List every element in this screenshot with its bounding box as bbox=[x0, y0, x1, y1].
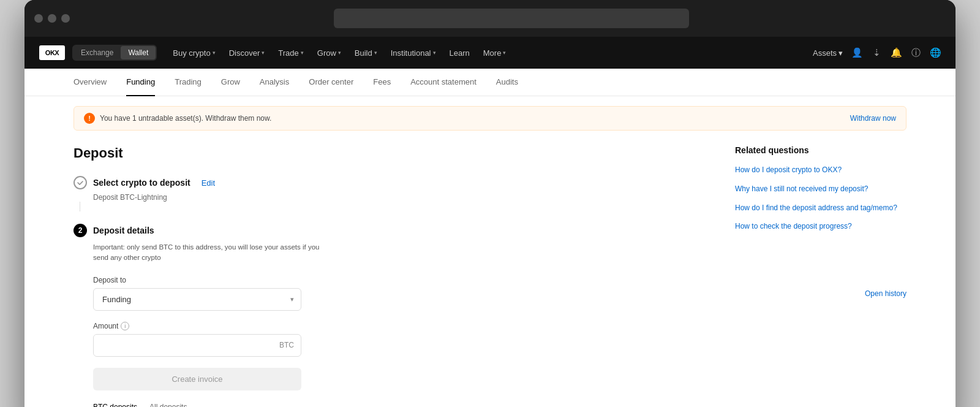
nav-items: Buy crypto ▾ Discover ▾ Trade ▾ Grow ▾ B… bbox=[167, 45, 810, 61]
chevron-down-icon: ▾ bbox=[213, 50, 216, 56]
alert-icon: ! bbox=[84, 113, 95, 124]
open-history-link[interactable]: Open history bbox=[735, 240, 907, 298]
sub-nav-account-statement[interactable]: Account statement bbox=[410, 69, 477, 96]
assets-dropdown[interactable]: Assets ▾ bbox=[813, 48, 843, 58]
user-icon[interactable]: 👤 bbox=[851, 47, 862, 58]
withdraw-now-link[interactable]: Withdraw now bbox=[850, 114, 896, 123]
nav-item-more[interactable]: More ▾ bbox=[477, 45, 513, 61]
related-question-3[interactable]: How to check the deposit progress? bbox=[735, 221, 907, 232]
step-2-title: Deposit details bbox=[93, 226, 154, 235]
sub-nav-analysis[interactable]: Analysis bbox=[260, 69, 289, 96]
nav-item-institutional[interactable]: Institutional ▾ bbox=[385, 45, 442, 61]
step-2-number-icon: 2 bbox=[74, 224, 87, 237]
step-1-subtitle: Deposit BTC-Lightning bbox=[93, 193, 710, 202]
chevron-down-icon: ▾ bbox=[301, 50, 304, 56]
address-bar[interactable] bbox=[334, 9, 689, 28]
download-icon[interactable]: ⇣ bbox=[871, 47, 882, 58]
chevron-down-icon: ▾ bbox=[262, 50, 265, 56]
amount-group: Amount i BTC bbox=[93, 322, 710, 357]
amount-info-icon: i bbox=[121, 322, 129, 330]
chevron-down-icon: ▾ bbox=[433, 50, 436, 56]
nav-item-discover[interactable]: Discover ▾ bbox=[223, 45, 271, 61]
sub-nav-funding[interactable]: Funding bbox=[126, 69, 155, 96]
sub-nav-trading[interactable]: Trading bbox=[175, 69, 202, 96]
wallet-toggle-btn[interactable]: Wallet bbox=[121, 46, 156, 59]
step-connector bbox=[80, 202, 80, 211]
step-1: Select crypto to deposit Edit Deposit BT… bbox=[74, 176, 710, 211]
step-1-check-icon bbox=[74, 176, 87, 189]
amount-input[interactable] bbox=[93, 334, 301, 357]
sub-nav-audits[interactable]: Audits bbox=[496, 69, 518, 96]
chevron-down-icon: ▾ bbox=[503, 50, 506, 56]
nav-right: Assets ▾ 👤 ⇣ 🔔 ⓘ 🌐 bbox=[813, 47, 941, 58]
browser-content: OKX Exchange Wallet Buy crypto ▾ Discove… bbox=[24, 37, 956, 407]
tab-btc-deposits[interactable]: BTC deposits bbox=[93, 403, 137, 408]
browser-window: OKX Exchange Wallet Buy crypto ▾ Discove… bbox=[24, 0, 956, 407]
related-question-2[interactable]: How do I find the deposit address and ta… bbox=[735, 203, 907, 213]
deposit-to-select[interactable]: Funding bbox=[93, 288, 301, 311]
logo-box: OKX bbox=[39, 45, 65, 60]
browser-chrome bbox=[24, 0, 956, 37]
nav-item-buy-crypto[interactable]: Buy crypto ▾ bbox=[167, 45, 221, 61]
deposit-to-group: Deposit to Funding ▾ bbox=[93, 276, 710, 311]
alert-banner: ! You have 1 untradable asset(s). Withdr… bbox=[74, 106, 907, 131]
amount-label: Amount i bbox=[93, 322, 710, 330]
sub-nav: Overview Funding Trading Grow Analysis O… bbox=[24, 69, 956, 96]
main-content: Deposit Select crypto to deposit Edit De… bbox=[24, 140, 956, 407]
step-2-header: 2 Deposit details bbox=[74, 224, 710, 237]
tabs-bottom: BTC deposits All deposits bbox=[93, 403, 187, 408]
chevron-down-icon: ▾ bbox=[374, 50, 377, 56]
bottom-tabs-row: BTC deposits All deposits bbox=[93, 390, 710, 408]
step-1-header: Select crypto to deposit Edit bbox=[74, 176, 710, 189]
step-1-edit-link[interactable]: Edit bbox=[202, 178, 215, 188]
nav-item-grow[interactable]: Grow ▾ bbox=[311, 45, 347, 61]
related-question-0[interactable]: How do I deposit crypto to OKX? bbox=[735, 165, 907, 175]
main-nav: OKX Exchange Wallet Buy crypto ▾ Discove… bbox=[24, 37, 956, 69]
nav-item-trade[interactable]: Trade ▾ bbox=[272, 45, 309, 61]
alert-left: ! You have 1 untradable asset(s). Withdr… bbox=[84, 113, 271, 124]
traffic-light-close[interactable] bbox=[34, 14, 43, 23]
tab-all-deposits[interactable]: All deposits bbox=[149, 403, 187, 408]
nav-item-learn[interactable]: Learn bbox=[443, 45, 476, 61]
traffic-light-maximize[interactable] bbox=[61, 14, 70, 23]
traffic-lights bbox=[34, 14, 70, 23]
step-2: 2 Deposit details Important: only send B… bbox=[74, 224, 710, 407]
alert-message: You have 1 untradable asset(s). Withdraw… bbox=[100, 114, 271, 123]
sub-nav-fees[interactable]: Fees bbox=[373, 69, 391, 96]
traffic-light-minimize[interactable] bbox=[48, 14, 56, 23]
related-question-1[interactable]: Why have I still not received my deposit… bbox=[735, 184, 907, 194]
sub-nav-overview[interactable]: Overview bbox=[74, 69, 107, 96]
logo-text: OKX bbox=[45, 49, 59, 56]
help-icon[interactable]: ⓘ bbox=[910, 47, 921, 58]
chevron-down-icon: ▾ bbox=[338, 50, 341, 56]
amount-currency: BTC bbox=[279, 341, 294, 349]
sub-nav-grow[interactable]: Grow bbox=[221, 69, 240, 96]
step-2-warning: Important: only send BTC to this address… bbox=[93, 242, 326, 264]
bell-icon[interactable]: 🔔 bbox=[891, 47, 902, 58]
deposit-to-label: Deposit to bbox=[93, 276, 710, 284]
nav-item-build[interactable]: Build ▾ bbox=[349, 45, 383, 61]
globe-icon[interactable]: 🌐 bbox=[930, 47, 941, 58]
step-1-title: Select crypto to deposit bbox=[93, 178, 190, 188]
right-panel: Related questions How do I deposit crypt… bbox=[735, 140, 907, 407]
sub-nav-order-center[interactable]: Order center bbox=[309, 69, 353, 96]
deposit-title: Deposit bbox=[74, 140, 710, 161]
create-invoice-button[interactable]: Create invoice bbox=[93, 368, 301, 390]
deposit-section: Deposit Select crypto to deposit Edit De… bbox=[74, 140, 710, 407]
amount-input-wrapper: BTC bbox=[93, 334, 301, 357]
logo[interactable]: OKX bbox=[39, 45, 65, 60]
checkmark-icon bbox=[77, 179, 84, 186]
step-2-body: Important: only send BTC to this address… bbox=[93, 242, 710, 407]
deposit-to-select-wrapper: Funding ▾ bbox=[93, 288, 301, 311]
related-questions-title: Related questions bbox=[735, 145, 907, 155]
nav-toggle: Exchange Wallet bbox=[72, 45, 157, 61]
exchange-toggle-btn[interactable]: Exchange bbox=[74, 46, 121, 59]
chevron-down-icon: ▾ bbox=[839, 48, 843, 58]
